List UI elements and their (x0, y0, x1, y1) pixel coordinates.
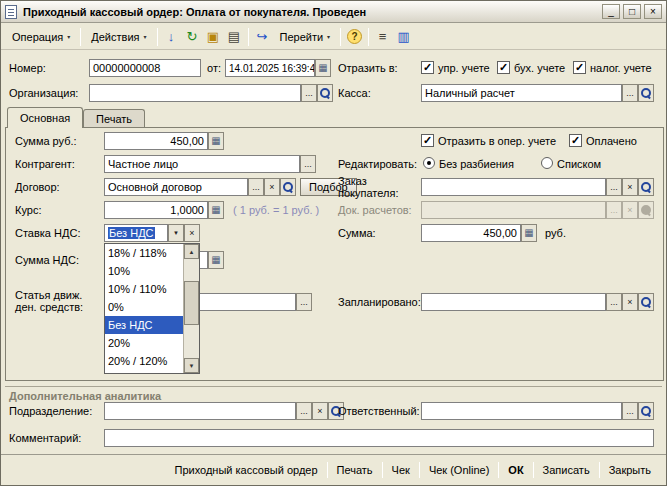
organization-input[interactable] (89, 84, 301, 102)
magnifier-icon (320, 88, 331, 99)
check-button[interactable]: Чек (383, 459, 419, 481)
window-title: Приходный кассовый ордер: Оплата от поку… (23, 6, 599, 18)
date-label: от: (207, 62, 221, 75)
chevron-down-icon: ▾ (327, 33, 330, 40)
organization-select-button[interactable]: ... (301, 84, 317, 102)
document-window: Приходный кассовый ордер: Оплата от поку… (0, 0, 667, 486)
create-based-on-icon[interactable]: ↪ (252, 27, 273, 47)
toolbar-separator (368, 28, 369, 46)
post-document-icon[interactable]: ↓ (161, 27, 182, 47)
tab-main[interactable]: Основная (7, 107, 83, 128)
print-icon[interactable]: ▤ (224, 27, 245, 47)
toolbar: Операция ▾ Действия ▾ ↓ ↻ ▣ ▤ ↪ Перейти … (1, 24, 666, 50)
number-input[interactable]: 00000000008 (89, 59, 201, 77)
division-input[interactable] (104, 402, 296, 420)
management-accounting-label: упр. учете (438, 62, 490, 75)
toolbar-separator (248, 28, 249, 46)
tab-print[interactable]: Печать (83, 109, 145, 128)
magnifier-icon (641, 88, 652, 99)
organization-label: Организация: (9, 87, 78, 100)
vat-option[interactable]: 10% (105, 262, 183, 280)
book-accounting-label: бух. учете (514, 62, 565, 75)
date-calendar-button[interactable]: ▦ (315, 59, 331, 77)
toolbar-separator (157, 28, 158, 46)
vat-dropdown-items: 18% / 118% 10% 10% / 110% 0% Без НДС 20%… (105, 244, 183, 373)
scrollbar-thumb[interactable] (184, 281, 199, 325)
help-icon[interactable]: ? (344, 27, 365, 47)
number-label: Номер: (9, 62, 46, 75)
save-button[interactable]: Записать (534, 459, 599, 481)
reflect-in-label: Отразить в: (338, 62, 398, 75)
management-accounting-checkbox[interactable]: ✓ (421, 61, 434, 74)
statusbar: Приходный кассовый ордер Печать Чек Чек … (1, 454, 666, 485)
tax-accounting-label: налог. учете (590, 62, 652, 75)
magnifier-icon (641, 406, 652, 417)
chevron-down-icon: ▾ (67, 33, 70, 40)
check-icon: ✓ (423, 62, 432, 73)
kassa-label: Касса: (338, 87, 371, 100)
vat-dropdown-list: 18% / 118% 10% 10% / 110% 0% Без НДС 20%… (104, 243, 200, 374)
structure-icon[interactable]: ▥ (393, 27, 414, 47)
chevron-down-icon: ▾ (144, 33, 147, 40)
scroll-down-button[interactable]: ▼ (184, 358, 199, 373)
responsible-input[interactable] (421, 402, 622, 420)
book-accounting-checkbox[interactable]: ✓ (497, 61, 510, 74)
vat-option[interactable]: 10% / 110% (105, 280, 183, 298)
print-button[interactable]: Печать (328, 459, 382, 481)
goto-menu-button[interactable]: Перейти ▾ (273, 27, 338, 47)
check-online-button[interactable]: Чек (Online) (420, 459, 498, 481)
calendar-icon: ▦ (318, 63, 327, 73)
kassa-select-button[interactable]: ... (622, 84, 638, 102)
vat-option[interactable]: 0% (105, 298, 183, 316)
goto-menu-label: Перейти (280, 31, 324, 43)
titlebar[interactable]: Приходный кассовый ордер: Оплата от поку… (1, 1, 666, 23)
toolbar-separator (340, 28, 341, 46)
vat-option-selected[interactable]: Без НДС (105, 316, 183, 334)
kassa-input[interactable]: Наличный расчет (421, 84, 622, 102)
doc-type-button[interactable]: Приходный кассовый ордер (166, 459, 327, 481)
operation-menu-button[interactable]: Операция ▾ (5, 27, 77, 47)
close-button[interactable]: × (644, 4, 662, 19)
organization-find-button[interactable] (317, 84, 333, 102)
operation-menu-label: Операция (12, 31, 63, 43)
minimize-button[interactable]: _ (602, 4, 620, 19)
scrollbar-track[interactable] (184, 259, 199, 358)
close-form-button[interactable]: Закрыть (600, 459, 660, 481)
dropdown-scrollbar[interactable]: ▲ ▼ (183, 244, 199, 373)
maximize-button[interactable]: □ (623, 4, 641, 19)
copy-icon[interactable]: ▣ (203, 27, 224, 47)
section-divider (5, 386, 662, 387)
ok-button[interactable]: ОК (499, 459, 532, 481)
vat-option[interactable]: 18% / 118% (105, 244, 183, 262)
responsible-select-button[interactable]: ... (622, 402, 638, 420)
division-clear-button[interactable]: × (312, 402, 328, 420)
division-label: Подразделение: (9, 405, 92, 418)
toolbar-separator (80, 28, 81, 46)
list-settings-icon[interactable]: ≡ (372, 27, 393, 47)
actions-menu-label: Действия (91, 31, 139, 43)
refresh-icon[interactable]: ↻ (182, 27, 203, 47)
actions-menu-button[interactable]: Действия ▾ (84, 27, 153, 47)
scroll-up-button[interactable]: ▲ (184, 244, 199, 259)
vat-option[interactable]: 20% / 120% (105, 352, 183, 370)
vat-option[interactable]: 20% (105, 334, 183, 352)
analytics-section-title: Дополнительная аналитика (9, 390, 161, 402)
kassa-find-button[interactable] (638, 84, 654, 102)
responsible-label: Ответственный: (338, 405, 420, 418)
comment-input[interactable] (104, 429, 654, 447)
date-input[interactable]: 14.01.2025 16:39:42 (225, 59, 315, 77)
check-icon: ✓ (575, 62, 584, 73)
check-icon: ✓ (499, 62, 508, 73)
division-select-button[interactable]: ... (296, 402, 312, 420)
tax-accounting-checkbox[interactable]: ✓ (573, 61, 586, 74)
responsible-find-button[interactable] (638, 402, 654, 420)
document-icon (5, 5, 17, 19)
comment-label: Комментарий: (9, 432, 81, 445)
